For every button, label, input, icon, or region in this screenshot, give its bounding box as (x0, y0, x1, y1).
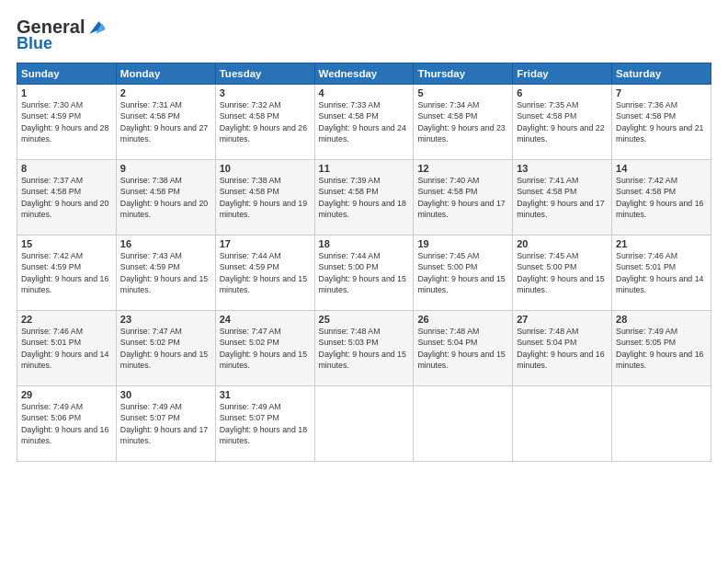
day-number: 3 (220, 87, 311, 98)
day-info: Sunrise: 7:38 AMSunset: 4:58 PMDaylight:… (120, 176, 208, 219)
calendar-cell: 14 Sunrise: 7:42 AMSunset: 4:58 PMDaylig… (612, 160, 711, 236)
day-info: Sunrise: 7:46 AMSunset: 5:01 PMDaylight:… (616, 251, 703, 294)
calendar-cell (513, 386, 612, 462)
calendar-cell: 25 Sunrise: 7:48 AMSunset: 5:03 PMDaylig… (314, 311, 414, 386)
calendar-cell: 5 Sunrise: 7:34 AMSunset: 4:58 PMDayligh… (414, 85, 513, 160)
day-number: 1 (21, 87, 112, 98)
calendar-cell: 18 Sunrise: 7:44 AMSunset: 5:00 PMDaylig… (314, 236, 414, 311)
calendar-cell: 3 Sunrise: 7:32 AMSunset: 4:58 PMDayligh… (215, 85, 314, 160)
day-info: Sunrise: 7:43 AMSunset: 4:59 PMDaylight:… (120, 251, 208, 294)
day-number: 22 (21, 314, 112, 325)
day-info: Sunrise: 7:44 AMSunset: 4:59 PMDaylight:… (220, 251, 307, 294)
day-info: Sunrise: 7:48 AMSunset: 5:03 PMDaylight:… (319, 327, 406, 370)
day-info: Sunrise: 7:34 AMSunset: 4:58 PMDaylight:… (417, 100, 505, 144)
logo-blue-text: Blue (17, 34, 52, 53)
day-number: 16 (120, 238, 211, 249)
day-info: Sunrise: 7:46 AMSunset: 5:01 PMDaylight:… (21, 327, 108, 370)
calendar-cell: 23 Sunrise: 7:47 AMSunset: 5:02 PMDaylig… (116, 311, 215, 386)
day-number: 27 (517, 314, 608, 325)
day-info: Sunrise: 7:41 AMSunset: 4:58 PMDaylight:… (517, 176, 604, 219)
weekday-header-monday: Monday (116, 63, 215, 85)
calendar-cell: 24 Sunrise: 7:47 AMSunset: 5:02 PMDaylig… (215, 311, 314, 386)
day-info: Sunrise: 7:32 AMSunset: 4:58 PMDaylight:… (220, 100, 307, 144)
calendar-cell: 12 Sunrise: 7:40 AMSunset: 4:58 PMDaylig… (414, 160, 513, 236)
day-number: 11 (319, 163, 410, 174)
day-info: Sunrise: 7:40 AMSunset: 4:58 PMDaylight:… (417, 176, 505, 219)
weekday-header-saturday: Saturday (612, 63, 711, 85)
day-info: Sunrise: 7:31 AMSunset: 4:58 PMDaylight:… (120, 100, 208, 144)
header: General Blue (17, 17, 711, 53)
calendar-cell: 28 Sunrise: 7:49 AMSunset: 5:05 PMDaylig… (612, 311, 711, 386)
logo-icon (86, 18, 105, 37)
day-number: 14 (616, 163, 707, 174)
calendar-cell: 2 Sunrise: 7:31 AMSunset: 4:58 PMDayligh… (116, 85, 215, 160)
calendar-cell: 10 Sunrise: 7:38 AMSunset: 4:58 PMDaylig… (215, 160, 314, 236)
calendar-cell: 7 Sunrise: 7:36 AMSunset: 4:58 PMDayligh… (612, 85, 711, 160)
calendar-container: General Blue SundayMondayTuesdayWednesda… (0, 0, 728, 563)
day-number: 30 (120, 389, 211, 400)
day-number: 5 (417, 87, 508, 98)
calendar-cell: 30 Sunrise: 7:49 AMSunset: 5:07 PMDaylig… (116, 386, 215, 462)
calendar-cell: 13 Sunrise: 7:41 AMSunset: 4:58 PMDaylig… (513, 160, 612, 236)
day-number: 31 (220, 389, 311, 400)
day-info: Sunrise: 7:49 AMSunset: 5:07 PMDaylight:… (220, 402, 307, 445)
day-info: Sunrise: 7:30 AMSunset: 4:59 PMDaylight:… (21, 100, 108, 144)
day-info: Sunrise: 7:36 AMSunset: 4:58 PMDaylight:… (616, 100, 703, 144)
day-number: 12 (417, 163, 508, 174)
day-number: 13 (517, 163, 608, 174)
day-info: Sunrise: 7:39 AMSunset: 4:58 PMDaylight:… (319, 176, 406, 219)
day-info: Sunrise: 7:35 AMSunset: 4:58 PMDaylight:… (517, 100, 604, 144)
day-number: 24 (220, 314, 311, 325)
day-info: Sunrise: 7:37 AMSunset: 4:58 PMDaylight:… (21, 176, 108, 219)
day-number: 20 (517, 238, 608, 249)
calendar-cell: 15 Sunrise: 7:42 AMSunset: 4:59 PMDaylig… (17, 236, 117, 311)
day-number: 4 (319, 87, 410, 98)
calendar-cell: 26 Sunrise: 7:48 AMSunset: 5:04 PMDaylig… (414, 311, 513, 386)
calendar-cell: 19 Sunrise: 7:45 AMSunset: 5:00 PMDaylig… (414, 236, 513, 311)
day-number: 10 (220, 163, 311, 174)
weekday-header-tuesday: Tuesday (215, 63, 314, 85)
day-number: 17 (220, 238, 311, 249)
calendar-cell: 11 Sunrise: 7:39 AMSunset: 4:58 PMDaylig… (314, 160, 414, 236)
calendar-week-row: 8 Sunrise: 7:37 AMSunset: 4:58 PMDayligh… (17, 160, 711, 236)
calendar-cell: 20 Sunrise: 7:45 AMSunset: 5:00 PMDaylig… (513, 236, 612, 311)
calendar-cell: 8 Sunrise: 7:37 AMSunset: 4:58 PMDayligh… (17, 160, 117, 236)
calendar-week-row: 15 Sunrise: 7:42 AMSunset: 4:59 PMDaylig… (17, 236, 711, 311)
day-info: Sunrise: 7:48 AMSunset: 5:04 PMDaylight:… (517, 327, 604, 370)
weekday-header-row: SundayMondayTuesdayWednesdayThursdayFrid… (17, 63, 711, 85)
day-info: Sunrise: 7:45 AMSunset: 5:00 PMDaylight:… (517, 251, 604, 294)
day-info: Sunrise: 7:45 AMSunset: 5:00 PMDaylight:… (417, 251, 505, 294)
weekday-header-sunday: Sunday (17, 63, 117, 85)
calendar-cell (612, 386, 711, 462)
day-info: Sunrise: 7:47 AMSunset: 5:02 PMDaylight:… (120, 327, 208, 370)
day-info: Sunrise: 7:38 AMSunset: 4:58 PMDaylight:… (220, 176, 307, 219)
calendar-cell: 27 Sunrise: 7:48 AMSunset: 5:04 PMDaylig… (513, 311, 612, 386)
calendar-cell: 16 Sunrise: 7:43 AMSunset: 4:59 PMDaylig… (116, 236, 215, 311)
day-number: 19 (417, 238, 508, 249)
calendar-week-row: 29 Sunrise: 7:49 AMSunset: 5:06 PMDaylig… (17, 386, 711, 462)
calendar-cell: 22 Sunrise: 7:46 AMSunset: 5:01 PMDaylig… (17, 311, 117, 386)
day-number: 8 (21, 163, 112, 174)
day-info: Sunrise: 7:49 AMSunset: 5:07 PMDaylight:… (120, 402, 208, 445)
calendar-cell: 9 Sunrise: 7:38 AMSunset: 4:58 PMDayligh… (116, 160, 215, 236)
day-number: 25 (319, 314, 410, 325)
day-info: Sunrise: 7:47 AMSunset: 5:02 PMDaylight:… (220, 327, 307, 370)
day-number: 23 (120, 314, 211, 325)
day-info: Sunrise: 7:33 AMSunset: 4:58 PMDaylight:… (319, 100, 406, 144)
calendar-cell: 31 Sunrise: 7:49 AMSunset: 5:07 PMDaylig… (215, 386, 314, 462)
day-number: 2 (120, 87, 211, 98)
weekday-header-thursday: Thursday (414, 63, 513, 85)
day-number: 28 (616, 314, 707, 325)
calendar-cell (314, 386, 414, 462)
day-number: 6 (517, 87, 608, 98)
day-number: 21 (616, 238, 707, 249)
calendar-cell: 21 Sunrise: 7:46 AMSunset: 5:01 PMDaylig… (612, 236, 711, 311)
calendar-week-row: 22 Sunrise: 7:46 AMSunset: 5:01 PMDaylig… (17, 311, 711, 386)
calendar-week-row: 1 Sunrise: 7:30 AMSunset: 4:59 PMDayligh… (17, 85, 711, 160)
weekday-header-wednesday: Wednesday (314, 63, 414, 85)
day-number: 9 (120, 163, 211, 174)
day-number: 29 (21, 389, 112, 400)
day-number: 18 (319, 238, 410, 249)
calendar-cell (414, 386, 513, 462)
day-info: Sunrise: 7:48 AMSunset: 5:04 PMDaylight:… (417, 327, 505, 370)
